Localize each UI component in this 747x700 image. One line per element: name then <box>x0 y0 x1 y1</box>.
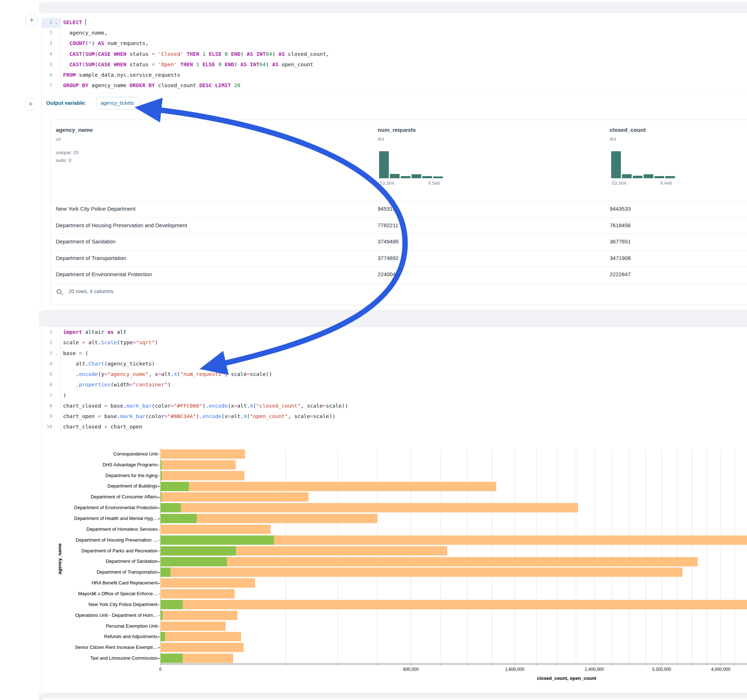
histogram-bar <box>644 174 653 178</box>
bar-closed-count <box>160 632 241 641</box>
code-token: "container" <box>133 381 168 388</box>
code-line[interactable]: alt.Chart(agency_tickets) <box>63 359 155 368</box>
code-token: 1 <box>203 51 206 57</box>
code-token: (x <box>221 413 228 419</box>
gridline <box>514 449 515 664</box>
code-line[interactable]: scale = alt.Scale(type="sqrt") <box>63 338 158 347</box>
code-line[interactable]: .encode(y="agency_name", x=alt.X("num_re… <box>63 370 272 379</box>
y-axis-tick <box>158 497 160 498</box>
code-token: (type <box>117 339 133 345</box>
table-cell: 9443533 <box>610 206 631 212</box>
column-header-num_requests[interactable]: num_requests <box>378 127 416 133</box>
code-token <box>253 51 256 57</box>
code-line[interactable]: import altair as alt <box>63 328 127 336</box>
column-header-closed_count[interactable]: closed_count <box>610 127 646 133</box>
code-token: = <box>104 371 107 377</box>
code-token <box>199 51 203 57</box>
code-token: CAST <box>70 51 82 57</box>
y-axis-tick <box>158 647 160 648</box>
chevron-down-icon[interactable]: ⌄ <box>54 349 59 358</box>
code-line[interactable]: chart_open = base.mark_bar(color="#8BC34… <box>63 412 336 421</box>
bar-closed-count <box>160 492 308 502</box>
bar-open-count <box>160 514 197 523</box>
bar-closed-count <box>160 503 578 512</box>
code-token: mark_bar <box>120 413 145 419</box>
line-number: 6 <box>42 71 52 79</box>
code-line[interactable]: ) <box>63 391 66 400</box>
result-table-card <box>50 119 747 305</box>
column-stat: nulls: 0 <box>56 158 71 163</box>
category-label: New York City Police Department <box>89 602 157 607</box>
code-token: = <box>133 339 136 345</box>
code-line[interactable]: chart_closed + chart_open <box>63 422 142 431</box>
code-line[interactable]: base = ( <box>63 349 88 358</box>
code-token: THEN <box>187 51 199 57</box>
code-token: ( <box>95 51 98 57</box>
line-number: 7 <box>42 391 52 400</box>
code-token: chart_open <box>63 413 98 419</box>
code-token: alt. <box>237 403 250 409</box>
y-axis-tick <box>158 616 160 616</box>
bar-closed-count <box>160 567 682 577</box>
code-line[interactable]: chart_closed = base.mark_bar(color="#FFC… <box>63 401 348 410</box>
output-variable-pill[interactable]: agency_tickets <box>96 97 141 109</box>
code-token <box>155 51 158 57</box>
code-line[interactable]: SELECT <box>63 18 86 27</box>
code-token: ORDER <box>130 82 145 88</box>
code-token: , scale <box>301 403 323 409</box>
histogram-bar <box>655 176 664 178</box>
code-token <box>206 51 209 57</box>
histogram-bar <box>665 176 675 178</box>
chevron-down-icon[interactable]: ⌄ <box>54 18 59 27</box>
category-label: Correspondence Unit <box>113 451 157 457</box>
code-token: . <box>63 381 79 388</box>
y-axis-tick <box>158 551 160 552</box>
line-number: 7 <box>42 81 52 90</box>
y-axis-tick <box>158 605 160 605</box>
row-separator <box>51 201 747 201</box>
code-token <box>222 61 225 67</box>
code-line[interactable]: GROUP BY agency_name ORDER BY closed_cou… <box>63 81 240 90</box>
code-line[interactable]: FROM sample_data.nyc.service_requests <box>63 71 180 79</box>
code-token: "#FFC080" <box>174 403 203 409</box>
code-token: ) <box>92 40 98 46</box>
category-label: Operations Unit - Department of Hom… <box>75 612 157 618</box>
table-cell: 2222847 <box>610 271 631 277</box>
code-token: num_requests, <box>104 40 148 46</box>
category-label: Refunds and Adjustments <box>104 634 157 639</box>
code-line[interactable]: .properties(width="container") <box>63 380 171 389</box>
code-token: BY <box>148 82 155 88</box>
y-axis-tick <box>158 454 160 455</box>
add-cell-button-output[interactable]: + <box>24 98 37 110</box>
table-cell: New York City Police Department <box>56 206 136 212</box>
add-cell-button-top[interactable]: + <box>25 14 38 27</box>
code-token <box>221 51 224 57</box>
category-label: Department of Parks and Recreation <box>82 548 157 554</box>
y-axis-tick <box>158 637 160 637</box>
search-icon[interactable] <box>57 289 61 294</box>
category-label: Mayorâ€ s Office of Special Enforce… <box>78 591 157 596</box>
code-token: "closed_count" <box>256 403 301 409</box>
code-token <box>231 82 234 88</box>
code-line[interactable]: agency_name, <box>63 29 107 37</box>
code-token: SELECT <box>63 19 82 25</box>
code-token: WHEN <box>114 61 127 67</box>
code-token: 20 <box>234 82 241 88</box>
code-token: ( <box>253 403 256 409</box>
code-line[interactable]: CAST(SUM(CASE WHEN status = 'Closed' THE… <box>63 50 329 58</box>
code-token: agency_name <box>88 82 129 88</box>
code-line[interactable]: CAST(SUM(CASE WHEN status = 'Open' THEN … <box>63 60 313 69</box>
x-tick-label: 3,200,000 <box>652 667 671 672</box>
code-token: AS <box>278 51 285 57</box>
bar-closed-count <box>160 600 747 609</box>
category-label: Department of Homeless Services <box>86 527 157 532</box>
column-header-agency_name[interactable]: agency_name <box>56 127 93 133</box>
column-type: i64 <box>610 136 616 142</box>
code-token: mark_bar <box>127 403 152 409</box>
code-token: ELSE <box>203 61 215 67</box>
code-token: ( <box>82 51 85 57</box>
x-axis-line <box>160 664 747 664</box>
code-line[interactable]: COUNT(*) AS num_requests, <box>63 39 148 48</box>
code-token: * <box>88 40 92 46</box>
code-token: scale)) <box>326 403 348 409</box>
